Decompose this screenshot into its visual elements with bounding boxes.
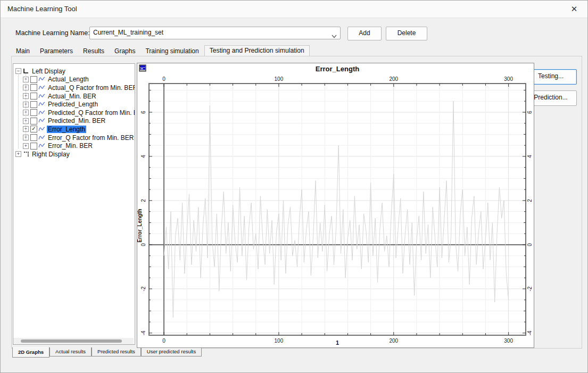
tab-main[interactable]: Main xyxy=(11,46,35,56)
bottom-tab-actual-results[interactable]: Actual results xyxy=(49,347,92,357)
tree-item-right-display[interactable]: +Right Display xyxy=(14,149,135,158)
checkbox[interactable] xyxy=(30,143,37,150)
svg-text:6: 6 xyxy=(527,111,533,114)
tab-content-area: −Left Display+Actual_Length+Actual_Q Fac… xyxy=(11,56,582,349)
tree-item-left-display[interactable]: −Left Display xyxy=(14,66,135,74)
svg-text:200: 200 xyxy=(389,338,398,344)
svg-text:-2: -2 xyxy=(140,286,146,291)
error-length-chart[interactable]: 00100100200200300300-4-4-2-200224466Erro… xyxy=(137,63,534,347)
svg-text:6: 6 xyxy=(140,111,146,114)
window-title: Machine Learning Tool xyxy=(7,5,77,13)
bottom-tab-bar: 2D GraphsActual resultsPredicted results… xyxy=(12,347,202,357)
bottom-tab-user-predicted-results[interactable]: User predicted results xyxy=(141,347,202,357)
tree-item-actual-min-ber[interactable]: +Actual_Min. BER xyxy=(14,91,135,100)
svg-text:0: 0 xyxy=(162,338,165,344)
svg-text:100: 100 xyxy=(275,76,284,82)
tab-results[interactable]: Results xyxy=(78,46,109,56)
ml-name-label: Machine Learning Name: xyxy=(15,29,90,37)
display-tree-panel: −Left Display+Actual_Length+Actual_Q Fac… xyxy=(13,63,135,345)
bottom-tab-2d-graphs[interactable]: 2D Graphs xyxy=(12,347,49,358)
y-axis-title: Error_Length xyxy=(137,209,143,242)
checkbox[interactable] xyxy=(30,76,37,83)
tree-item-actual-q-factor-from-min-ber[interactable]: +Actual_Q Factor from Min. BER xyxy=(14,82,135,91)
top-tab-bar: MainParametersResultsGraphsTraining simu… xyxy=(11,46,310,56)
x-axis-title: 1 xyxy=(336,339,339,346)
svg-text:0: 0 xyxy=(162,76,165,82)
checkbox[interactable]: ✓ xyxy=(30,126,37,132)
tree-connector-line xyxy=(18,73,19,148)
chart-title: Error_Length xyxy=(316,65,359,73)
graph-panel[interactable]: 00100100200200300300-4-4-2-200224466Erro… xyxy=(137,63,534,348)
checkbox[interactable] xyxy=(30,109,37,116)
tree-horizontal-scrollbar[interactable] xyxy=(13,338,134,344)
checkbox[interactable] xyxy=(30,101,37,108)
tab-graphs[interactable]: Graphs xyxy=(110,46,140,56)
svg-text:4: 4 xyxy=(527,155,533,158)
tree-item-predicted-min-ber[interactable]: +Predicted_Min. BER xyxy=(14,116,135,125)
tab-testing-and-prediction-simulation[interactable]: Testing and Prediction simulation xyxy=(204,45,310,57)
tree-item-error-min-ber[interactable]: +Error_Min. BER xyxy=(14,140,135,149)
svg-text:200: 200 xyxy=(389,76,398,82)
tree-item-predicted-q-factor-from-min-ber[interactable]: +Predicted_Q Factor from Min. BER xyxy=(14,107,135,116)
ml-name-combobox[interactable]: Current_ML_training_set xyxy=(89,27,341,39)
graph-window-icon[interactable] xyxy=(139,64,147,72)
chevron-down-icon xyxy=(332,31,337,40)
expand-icon[interactable]: + xyxy=(23,143,29,149)
tab-parameters[interactable]: Parameters xyxy=(35,46,78,56)
tree-item-error-q-factor-from-min-ber[interactable]: +Error_Q Factor from Min. BER xyxy=(14,132,135,141)
svg-text:300: 300 xyxy=(504,76,513,82)
svg-text:0: 0 xyxy=(527,243,533,246)
machine-learning-tool-window: Machine Learning Tool ✕ Machine Learning… xyxy=(0,0,588,373)
delete-button[interactable]: Delete xyxy=(386,27,427,40)
expand-icon[interactable]: + xyxy=(15,151,21,157)
tree-item-label[interactable]: Right Display xyxy=(31,151,71,158)
ml-name-value: Current_ML_training_set xyxy=(93,29,163,36)
display-tree: −Left Display+Actual_Length+Actual_Q Fac… xyxy=(14,66,135,158)
scrollbar-thumb[interactable] xyxy=(21,339,122,343)
right-display-icon xyxy=(23,150,29,159)
title-bar: Machine Learning Tool ✕ xyxy=(1,1,587,18)
checkbox[interactable] xyxy=(30,118,37,125)
svg-text:-4: -4 xyxy=(140,330,146,335)
tree-connector-line xyxy=(26,73,26,141)
tree-item-predicted-length[interactable]: +Predicted_Length xyxy=(14,99,135,107)
svg-text:4: 4 xyxy=(140,155,146,158)
checkbox[interactable] xyxy=(30,84,37,91)
tree-item-error-length[interactable]: +✓Error_Length xyxy=(14,124,135,132)
svg-text:300: 300 xyxy=(504,338,513,344)
svg-text:0: 0 xyxy=(140,243,146,246)
add-button[interactable]: Add xyxy=(347,27,382,40)
tab-training-simulation[interactable]: Training simulation xyxy=(140,46,203,56)
checkbox[interactable] xyxy=(30,134,37,141)
svg-text:-2: -2 xyxy=(527,286,533,291)
svg-text:-4: -4 xyxy=(527,330,533,335)
close-icon[interactable]: ✕ xyxy=(568,4,580,14)
svg-text:2: 2 xyxy=(140,199,146,202)
checkbox[interactable] xyxy=(30,93,37,100)
svg-text:100: 100 xyxy=(275,338,284,344)
bottom-tab-predicted-results[interactable]: Predicted results xyxy=(92,347,141,357)
svg-text:2: 2 xyxy=(527,199,533,202)
tree-item-actual-length[interactable]: +Actual_Length xyxy=(14,74,135,83)
